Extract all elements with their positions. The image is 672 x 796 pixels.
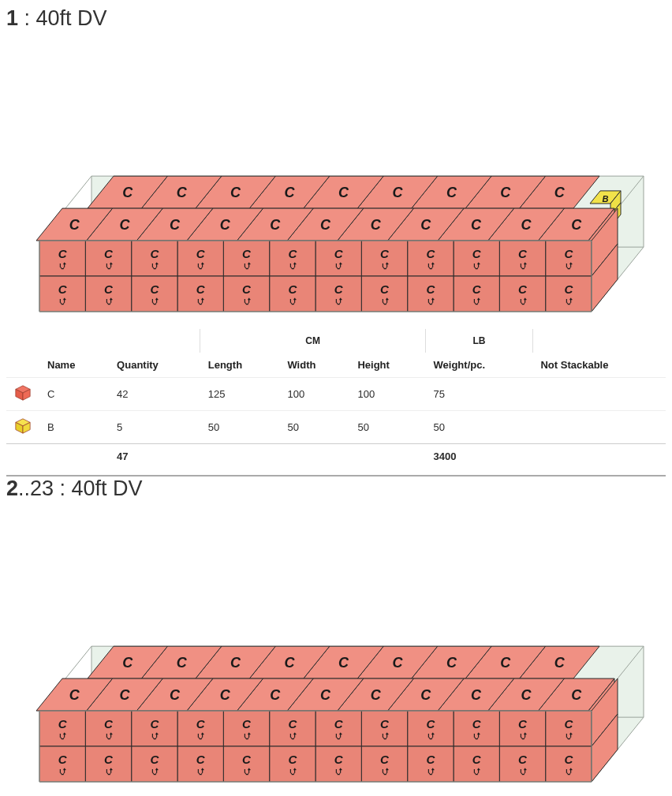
svg-text:C: C xyxy=(392,185,403,200)
svg-text:C: C xyxy=(122,185,133,200)
svg-text:⮍: ⮍ xyxy=(243,261,251,270)
svg-text:C: C xyxy=(500,655,511,671)
svg-text:C: C xyxy=(177,655,188,671)
box-yellow-icon xyxy=(14,417,32,435)
svg-text:⮍: ⮍ xyxy=(565,297,573,305)
svg-text:⮍: ⮍ xyxy=(381,297,389,305)
cell-quantity: 5 xyxy=(109,411,200,444)
svg-text:C: C xyxy=(338,185,349,200)
svg-text:⮍: ⮍ xyxy=(151,731,159,740)
svg-text:C: C xyxy=(392,655,403,671)
svg-text:C: C xyxy=(564,282,573,296)
svg-text:C: C xyxy=(58,753,68,766)
col-length: Length xyxy=(200,353,280,378)
svg-text:C: C xyxy=(150,753,159,766)
svg-text:C: C xyxy=(554,655,566,671)
container-title: 1 : 40ft DV xyxy=(6,6,666,31)
svg-text:C: C xyxy=(320,687,331,703)
svg-text:⮍: ⮍ xyxy=(243,297,251,305)
svg-text:⮍: ⮍ xyxy=(196,731,204,740)
svg-text:C: C xyxy=(380,717,390,731)
svg-text:⮍: ⮍ xyxy=(334,297,342,305)
cell-quantity: 42 xyxy=(109,378,200,411)
svg-text:C: C xyxy=(426,717,435,731)
svg-text:⮍: ⮍ xyxy=(289,767,297,775)
col-quantity: Quantity xyxy=(109,353,200,378)
svg-text:⮍: ⮍ xyxy=(196,767,204,775)
svg-text:C: C xyxy=(230,185,241,200)
svg-text:C: C xyxy=(472,717,482,731)
table-row: C 42 125 100 100 75 xyxy=(6,378,666,411)
svg-text:C: C xyxy=(380,753,390,766)
svg-text:⮍: ⮍ xyxy=(196,261,204,270)
cell-length: 125 xyxy=(200,378,280,411)
svg-text:C: C xyxy=(196,247,206,260)
svg-text:C: C xyxy=(220,217,231,233)
svg-text:C: C xyxy=(270,217,281,233)
svg-text:C: C xyxy=(334,282,344,296)
svg-text:C: C xyxy=(150,717,159,731)
svg-text:⮍: ⮍ xyxy=(519,731,527,740)
cell-name: B xyxy=(39,411,109,444)
svg-text:⮍: ⮍ xyxy=(289,731,297,740)
svg-text:⮍: ⮍ xyxy=(472,731,480,740)
svg-text:⮍: ⮍ xyxy=(472,261,480,270)
svg-text:C: C xyxy=(472,282,482,296)
cell-not-stackable xyxy=(532,378,666,411)
svg-text:C: C xyxy=(104,247,114,260)
svg-text:⮍: ⮍ xyxy=(427,261,435,270)
svg-text:C: C xyxy=(426,247,435,260)
svg-text:⮍: ⮍ xyxy=(519,297,527,305)
svg-text:C: C xyxy=(69,217,80,233)
svg-text:⮍: ⮍ xyxy=(243,731,251,740)
svg-text:⮍: ⮍ xyxy=(105,261,113,270)
svg-text:C: C xyxy=(285,655,296,671)
svg-text:C: C xyxy=(380,282,390,296)
svg-text:⮍: ⮍ xyxy=(196,297,204,305)
svg-text:C: C xyxy=(288,717,297,731)
svg-text:C: C xyxy=(564,247,573,260)
svg-text:⮍: ⮍ xyxy=(381,767,389,775)
cell-width: 50 xyxy=(279,411,349,444)
svg-text:⮍: ⮍ xyxy=(151,261,159,270)
svg-text:C: C xyxy=(104,753,114,766)
svg-text:C: C xyxy=(242,753,252,766)
svg-text:C: C xyxy=(420,687,431,703)
title-type: : 40ft DV xyxy=(18,6,107,30)
svg-text:C: C xyxy=(170,217,181,233)
svg-text:C: C xyxy=(564,717,573,731)
svg-text:⮍: ⮍ xyxy=(151,767,159,775)
svg-text:⮍: ⮍ xyxy=(427,731,435,740)
cell-width: 100 xyxy=(279,378,349,411)
svg-text:⮍: ⮍ xyxy=(58,297,66,305)
svg-text:⮍: ⮍ xyxy=(289,297,297,305)
svg-text:B: B xyxy=(603,194,609,204)
svg-text:C: C xyxy=(521,217,532,233)
svg-text:C: C xyxy=(58,247,68,260)
svg-text:C: C xyxy=(320,217,331,233)
svg-text:C: C xyxy=(119,687,130,703)
col-name: Name xyxy=(39,353,109,378)
svg-text:C: C xyxy=(446,655,457,671)
svg-text:C: C xyxy=(518,247,528,260)
cell-not-stackable xyxy=(532,411,666,444)
svg-text:C: C xyxy=(288,753,297,766)
svg-text:C: C xyxy=(122,655,133,671)
svg-text:C: C xyxy=(230,655,241,671)
svg-text:⮍: ⮍ xyxy=(472,297,480,305)
svg-text:C: C xyxy=(104,717,114,731)
svg-text:⮍: ⮍ xyxy=(381,261,389,270)
svg-text:C: C xyxy=(472,753,482,766)
cell-height: 50 xyxy=(349,411,425,444)
svg-text:C: C xyxy=(371,217,382,233)
svg-text:C: C xyxy=(170,687,181,703)
col-group-lb: LB xyxy=(426,329,533,353)
svg-text:C: C xyxy=(58,282,68,296)
svg-text:⮍: ⮍ xyxy=(427,297,435,305)
svg-text:⮍: ⮍ xyxy=(565,261,573,270)
svg-text:⮍: ⮍ xyxy=(105,767,113,775)
col-weight: Weight/pc. xyxy=(426,353,533,378)
svg-text:C: C xyxy=(242,282,252,296)
svg-text:C: C xyxy=(471,217,482,233)
svg-text:⮍: ⮍ xyxy=(334,767,342,775)
